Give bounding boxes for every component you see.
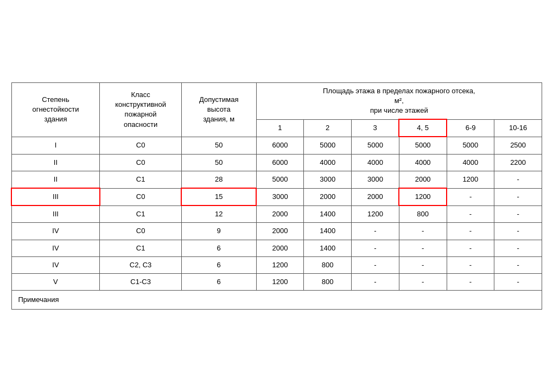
table-row: IVС0920001400---- (11, 223, 542, 240)
cell-floor-2: 5000 (304, 137, 352, 154)
cell-floor-1: 2000 (256, 240, 304, 256)
cell-floor-1: 1200 (256, 273, 304, 290)
cell-floor-4: - (399, 223, 447, 240)
cell-floor-5: - (447, 188, 494, 205)
cell-class: С0 (100, 223, 181, 240)
header-floor-5: 6-9 (447, 119, 494, 137)
cell-floor-1: 5000 (256, 171, 304, 188)
cell-height: 6 (181, 256, 256, 273)
table-row: IIС050600040004000400040002200 (11, 154, 542, 171)
cell-floor-2: 800 (304, 256, 352, 273)
cell-floor-5: 5000 (447, 137, 494, 154)
cell-degree: II (11, 171, 100, 188)
cell-height: 50 (181, 137, 256, 154)
header-floor-6: 10-16 (494, 119, 542, 137)
header-floor-2: 2 (304, 119, 352, 137)
main-table: Степень огнестойкости здания Класс конст… (11, 82, 542, 310)
cell-degree: IV (11, 223, 100, 240)
cell-floor-3: 2000 (352, 188, 399, 205)
cell-degree: V (11, 273, 100, 290)
cell-floor-2: 1400 (304, 205, 352, 223)
cell-height: 12 (181, 205, 256, 223)
cell-floor-1: 2000 (256, 205, 304, 223)
cell-floor-5: - (447, 223, 494, 240)
cell-degree: I (11, 137, 100, 154)
cell-height: 50 (181, 154, 256, 171)
table-wrapper: Степень огнестойкости здания Класс конст… (0, 72, 553, 321)
table-row: IVС1620001400---- (11, 240, 542, 256)
cell-floor-2: 1400 (304, 240, 352, 256)
cell-floor-5: - (447, 256, 494, 273)
table-row: IС050600050005000500050002500 (11, 137, 542, 154)
cell-floor-1: 1200 (256, 256, 304, 273)
cell-floor-3: - (352, 223, 399, 240)
cell-floor-4: 800 (399, 205, 447, 223)
header-height: Допустимая высота здания, м (181, 82, 256, 137)
cell-floor-5: 4000 (447, 154, 494, 171)
table-row: IIС12850003000300020001200- (11, 171, 542, 188)
cell-floor-2: 3000 (304, 171, 352, 188)
header-class: Класс конструктивной пожарной опасности (100, 82, 181, 137)
cell-floor-5: 1200 (447, 171, 494, 188)
cell-degree: IV (11, 240, 100, 256)
notes-label: Примечания (11, 291, 542, 310)
table-row: IVС2, С361200800---- (11, 256, 542, 273)
header-floor-3: 3 (352, 119, 399, 137)
cell-class: С0 (100, 137, 181, 154)
cell-floor-3: - (352, 256, 399, 273)
cell-floor-3: 4000 (352, 154, 399, 171)
cell-floor-3: - (352, 240, 399, 256)
cell-floor-6: - (494, 273, 542, 290)
header-degree: Степень огнестойкости здания (11, 82, 100, 137)
cell-height: 9 (181, 223, 256, 240)
cell-floor-6: 2500 (494, 137, 542, 154)
cell-class: С2, С3 (100, 256, 181, 273)
cell-floor-4: - (399, 273, 447, 290)
cell-floor-2: 2000 (304, 188, 352, 205)
cell-floor-6: - (494, 223, 542, 240)
cell-floor-5: - (447, 240, 494, 256)
cell-class: С1-С3 (100, 273, 181, 290)
cell-floor-6: - (494, 171, 542, 188)
cell-floor-5: - (447, 205, 494, 223)
cell-floor-1: 3000 (256, 188, 304, 205)
cell-floor-3: 5000 (352, 137, 399, 154)
cell-height: 6 (181, 273, 256, 290)
cell-class: С1 (100, 205, 181, 223)
cell-floor-2: 4000 (304, 154, 352, 171)
cell-floor-3: 3000 (352, 171, 399, 188)
cell-floor-1: 6000 (256, 154, 304, 171)
cell-floor-3: 1200 (352, 205, 399, 223)
cell-floor-4: - (399, 256, 447, 273)
cell-class: С1 (100, 240, 181, 256)
cell-degree: III (11, 205, 100, 223)
cell-class: С0 (100, 154, 181, 171)
cell-height: 28 (181, 171, 256, 188)
cell-class: С1 (100, 171, 181, 188)
cell-floor-1: 6000 (256, 137, 304, 154)
cell-height: 6 (181, 240, 256, 256)
table-row: IIIС112200014001200800-- (11, 205, 542, 223)
cell-height: 15 (181, 188, 256, 205)
cell-floor-3: - (352, 273, 399, 290)
cell-floor-6: - (494, 256, 542, 273)
header-floor-1: 1 (256, 119, 304, 137)
notes-row: Примечания (11, 291, 542, 310)
cell-degree: II (11, 154, 100, 171)
cell-floor-5: - (447, 273, 494, 290)
cell-floor-6: 2200 (494, 154, 542, 171)
cell-floor-6: - (494, 205, 542, 223)
cell-class: С0 (100, 188, 181, 205)
cell-floor-4: 4000 (399, 154, 447, 171)
cell-floor-2: 800 (304, 273, 352, 290)
cell-degree: IV (11, 256, 100, 273)
cell-floor-4: 2000 (399, 171, 447, 188)
cell-degree: III (11, 188, 100, 205)
cell-floor-2: 1400 (304, 223, 352, 240)
cell-floor-1: 2000 (256, 223, 304, 240)
cell-floor-4: - (399, 240, 447, 256)
cell-floor-6: - (494, 188, 542, 205)
header-area-main: Площадь этажа в пределах пожарного отсек… (256, 82, 542, 119)
cell-floor-4: 5000 (399, 137, 447, 154)
header-floor-4: 4, 5 (399, 119, 447, 137)
